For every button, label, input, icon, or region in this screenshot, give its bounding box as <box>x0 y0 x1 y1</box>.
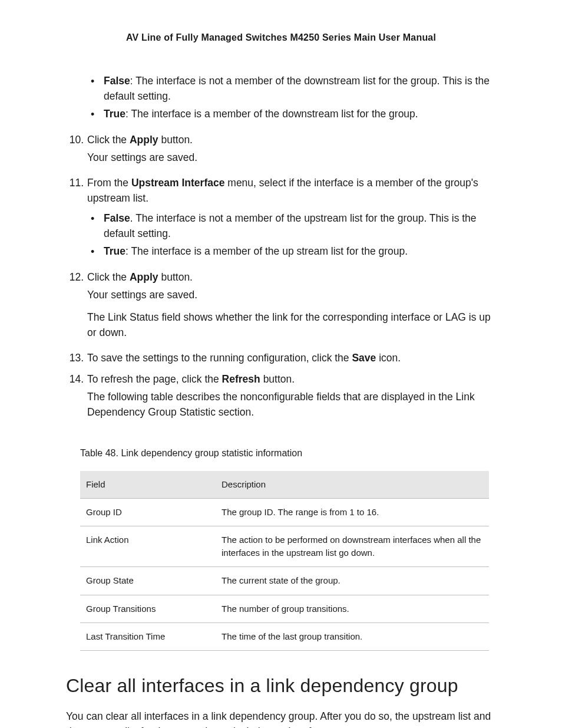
text: To refresh the page, click the <box>87 373 222 385</box>
bullet-list-downstream: False: The interface is not a member of … <box>66 74 496 122</box>
upstream-interface-label: Upstream Interface <box>131 177 225 189</box>
table-caption: Table 48. Link dependency group statisti… <box>80 446 496 460</box>
text: button. <box>158 271 193 283</box>
page: AV Line of Fully Managed Switches M4250 … <box>0 0 562 728</box>
step-number: 14. <box>66 372 87 423</box>
text: Your settings are saved. <box>87 150 496 166</box>
content-area: False: The interface is not a member of … <box>66 74 496 728</box>
text: Click the <box>87 271 130 283</box>
text: button. <box>158 134 193 146</box>
link-dependency-table: Field Description Group ID The group ID.… <box>80 471 489 651</box>
bullet-text: . The interface is not a member of the u… <box>104 212 477 239</box>
cell-field: Link Action <box>80 526 216 567</box>
table-header-desc: Description <box>216 471 489 499</box>
step-number: 10. <box>66 133 87 168</box>
bullet-text: : The interface is not a member of the d… <box>104 75 490 102</box>
step-11: 11. From the Upstream Interface menu, se… <box>66 176 496 209</box>
text: The Link Status field shows whether the … <box>87 310 496 341</box>
text: The following table describes the noncon… <box>87 390 496 420</box>
cell-desc: The number of group transitions. <box>216 595 489 622</box>
cell-desc: The current state of the group. <box>216 567 489 595</box>
bullet-list-upstream: False. The interface is not a member of … <box>66 211 496 259</box>
cell-field: Group Transitions <box>80 595 216 622</box>
text: icon. <box>376 352 401 364</box>
bullet-label: False <box>104 75 130 87</box>
bullet-item: False: The interface is not a member of … <box>91 74 496 104</box>
apply-label: Apply <box>130 134 158 146</box>
step-14: 14. To refresh the page, click the Refre… <box>66 372 496 423</box>
apply-label: Apply <box>130 271 158 283</box>
cell-desc: The time of the last group transition. <box>216 622 489 650</box>
text: button. <box>260 373 295 385</box>
table-row: Last Transition Time The time of the las… <box>80 622 489 650</box>
text: From the <box>87 177 131 189</box>
step-13: 13. To save the settings to the running … <box>66 351 496 368</box>
step-12: 12. Click the Apply button. Your setting… <box>66 270 496 343</box>
cell-desc: The group ID. The range is from 1 to 16. <box>216 498 489 526</box>
cell-field: Group ID <box>80 498 216 526</box>
step-number: 12. <box>66 270 87 343</box>
cell-field: Last Transition Time <box>80 622 216 650</box>
cell-field: Group State <box>80 567 216 595</box>
save-label: Save <box>352 352 376 364</box>
bullet-text: : The interface is a member of the up st… <box>125 245 408 257</box>
refresh-label: Refresh <box>222 373 260 385</box>
bullet-item: True: The interface is a member of the d… <box>91 107 496 122</box>
step-number: 13. <box>66 351 87 368</box>
doc-header: AV Line of Fully Managed Switches M4250 … <box>66 32 496 43</box>
text: To save the settings to the running conf… <box>87 352 352 364</box>
bullet-label: True <box>104 108 125 120</box>
bullet-item: False. The interface is not a member of … <box>91 211 496 242</box>
section-paragraph: You can clear all interfaces in a link d… <box>66 709 496 728</box>
cell-desc: The action to be performed on downstream… <box>216 526 489 567</box>
text: Click the <box>87 134 130 146</box>
table-row: Group State The current state of the gro… <box>80 567 489 595</box>
step-number: 11. <box>66 176 87 209</box>
table-row: Group ID The group ID. The range is from… <box>80 498 489 526</box>
bullet-label: True <box>104 245 125 257</box>
step-10: 10. Click the Apply button. Your setting… <box>66 133 496 168</box>
table-row: Group Transitions The number of group tr… <box>80 595 489 622</box>
section-heading: Clear all interfaces in a link dependenc… <box>66 672 496 700</box>
bullet-item: True: The interface is a member of the u… <box>91 244 496 259</box>
table-header-field: Field <box>80 471 216 499</box>
text: Your settings are saved. <box>87 288 496 303</box>
bullet-label: False <box>104 212 130 224</box>
table-row: Link Action The action to be performed o… <box>80 526 489 567</box>
bullet-text: : The interface is a member of the downs… <box>125 108 418 120</box>
